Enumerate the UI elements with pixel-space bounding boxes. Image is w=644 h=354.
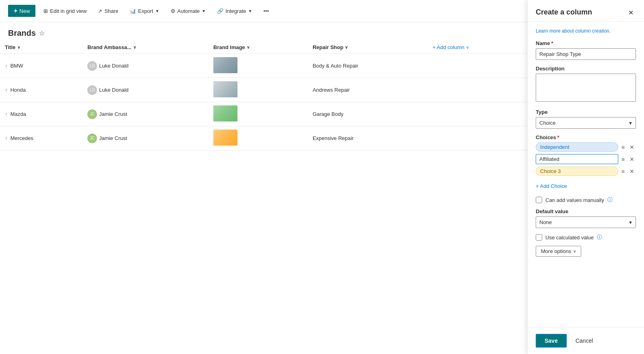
default-value-select[interactable]: None Independent Affiliated Choice 3 xyxy=(536,216,636,228)
new-label: New xyxy=(19,8,30,14)
choices-field-label: Choices * xyxy=(536,134,636,140)
choice-reorder-button-2[interactable]: ≡ xyxy=(620,155,626,163)
more-actions-button[interactable]: ••• xyxy=(260,6,272,16)
pin-icon: ↑ xyxy=(5,111,7,117)
choice-reorder-button-1[interactable]: ≡ xyxy=(620,143,626,151)
choice-item-2: ≡ ✕ xyxy=(536,154,636,164)
chevron-down-icon3: ▼ xyxy=(248,9,252,13)
cell-brand-image xyxy=(208,54,308,78)
use-calculated-label: Use calculated value xyxy=(545,235,594,241)
choice-badge-independent: Independent xyxy=(536,142,618,152)
brand-image xyxy=(213,57,237,73)
pin-icon: ↑ xyxy=(5,87,7,93)
integrate-button[interactable]: 🔗 Integrate ▼ xyxy=(214,6,255,16)
info-icon2[interactable]: ⓘ xyxy=(597,234,602,241)
share-icon: ↗ xyxy=(98,8,102,14)
required-indicator: * xyxy=(551,40,553,46)
add-column-button[interactable]: + Add column ∨ xyxy=(433,44,469,50)
type-select-wrapper: Choice Text Number Date and Time Person … xyxy=(536,117,636,129)
description-textarea[interactable] xyxy=(536,74,636,102)
choice-remove-button-2[interactable]: ✕ xyxy=(628,155,636,163)
new-button[interactable]: + New xyxy=(8,5,35,17)
filter-icon: ∨ xyxy=(133,45,136,49)
cell-brand-image xyxy=(208,102,308,126)
share-button[interactable]: ↗ Share xyxy=(95,6,122,16)
choice-item-3: Choice 3 ≡ ✕ xyxy=(536,167,636,176)
brand-image xyxy=(213,105,237,121)
favorite-star-icon[interactable]: ☆ xyxy=(39,29,45,37)
name-field-label: Name * xyxy=(536,40,636,46)
integrate-icon: 🔗 xyxy=(217,8,223,14)
brand-image xyxy=(213,130,237,146)
col-title[interactable]: Title ∨ xyxy=(0,41,83,54)
cell-ambassador: LD Luke Donald xyxy=(83,54,208,78)
cell-ambassador: JC Jamie Crust xyxy=(83,126,208,150)
col-brand-image[interactable]: Brand Image ∨ xyxy=(208,41,308,54)
panel-title: Create a column xyxy=(536,8,592,16)
info-icon[interactable]: ⓘ xyxy=(607,196,613,204)
avatar: LD xyxy=(87,85,97,95)
choice-remove-button-1[interactable]: ✕ xyxy=(628,143,636,151)
ellipsis-icon: ••• xyxy=(263,8,269,14)
can-add-manually-row: Can add values manually ⓘ xyxy=(536,196,636,204)
brand-image xyxy=(213,81,237,97)
default-value-label: Default value xyxy=(536,208,636,214)
pin-icon: ↑ xyxy=(5,136,7,141)
more-options-button[interactable]: More options ∨ xyxy=(536,246,581,257)
required-indicator2: * xyxy=(557,134,559,140)
list-table: Title ∨ Brand Ambassa... ∨ Brand Image ∨ xyxy=(0,41,527,150)
add-choice-button[interactable]: + Add Choice xyxy=(536,181,567,191)
filter-icon3: ∨ xyxy=(345,45,348,49)
filter-icon2: ∨ xyxy=(247,45,250,49)
name-input[interactable] xyxy=(536,48,636,60)
avatar: LD xyxy=(87,61,97,71)
cell-repair-shop: Body & Auto Repair xyxy=(308,54,428,78)
cell-brand-image xyxy=(208,78,308,102)
cell-repair-shop: Garage Body xyxy=(308,102,428,126)
cell-title: ↑ BMW xyxy=(0,54,83,78)
cell-title: ↑ Mercedes xyxy=(0,126,83,150)
table-row: ↑ BMW LD Luke Donald Body & Auto Repair xyxy=(0,54,527,78)
description-field-label: Description xyxy=(536,66,636,72)
cell-empty xyxy=(428,102,527,126)
chevron-down-icon: ▼ xyxy=(155,9,159,13)
col-repair-shop[interactable]: Repair Shop ∨ xyxy=(308,41,428,54)
edit-grid-view-button[interactable]: ⊞ Edit in grid view xyxy=(40,6,90,16)
export-label: Export xyxy=(138,8,153,14)
col-ambassador[interactable]: Brand Ambassa... ∨ xyxy=(83,41,208,54)
cell-ambassador: LD Luke Donald xyxy=(83,78,208,102)
share-label: Share xyxy=(104,8,118,14)
pin-icon: ↑ xyxy=(5,63,7,69)
cell-ambassador: JC Jamie Crust xyxy=(83,102,208,126)
page-title: Brands xyxy=(8,29,36,38)
learn-more-link[interactable]: Learn more about column creation. xyxy=(536,28,636,34)
use-calculated-row: Use calculated value ⓘ xyxy=(536,234,636,241)
choice-remove-button-3[interactable]: ✕ xyxy=(628,167,636,175)
use-calculated-checkbox[interactable] xyxy=(536,234,542,241)
export-button[interactable]: 📊 Export ▼ xyxy=(126,6,162,16)
avatar: JC xyxy=(87,134,97,143)
choice-item-1: Independent ≡ ✕ xyxy=(536,142,636,152)
cancel-button[interactable]: Cancel xyxy=(572,335,597,347)
choice-input-affiliated[interactable] xyxy=(536,154,618,164)
table-row: ↑ Mazda JC Jamie Crust Garage Body xyxy=(0,102,527,126)
content-area: + New ⊞ Edit in grid view ↗ Share 📊 Expo… xyxy=(0,0,527,354)
can-add-manually-checkbox[interactable] xyxy=(536,197,542,203)
automate-button[interactable]: ⚙ Automate ▼ xyxy=(167,6,209,16)
col-add-column[interactable]: + Add column ∨ xyxy=(428,41,527,54)
save-button[interactable]: Save xyxy=(536,334,567,348)
type-select[interactable]: Choice Text Number Date and Time Person … xyxy=(536,117,636,129)
close-button[interactable]: ✕ xyxy=(626,8,636,17)
panel-header: Create a column ✕ xyxy=(528,0,644,22)
choice-reorder-button-3[interactable]: ≡ xyxy=(620,167,626,175)
automate-label: Automate xyxy=(178,8,200,14)
cell-repair-shop: Andrews Repair xyxy=(308,78,428,102)
grid-icon: ⊞ xyxy=(43,8,48,14)
chevron-down-icon4: ∨ xyxy=(466,45,469,49)
chevron-down-icon5: ∨ xyxy=(573,249,576,253)
can-add-manually-label: Can add values manually xyxy=(545,197,604,203)
cell-repair-shop: Expensive Repair xyxy=(308,126,428,150)
table-row: ↑ Honda LD Luke Donald Andrews Repair xyxy=(0,78,527,102)
page-title-bar: Brands ☆ xyxy=(0,22,527,41)
default-value-wrapper: None Independent Affiliated Choice 3 ▼ xyxy=(536,216,636,228)
